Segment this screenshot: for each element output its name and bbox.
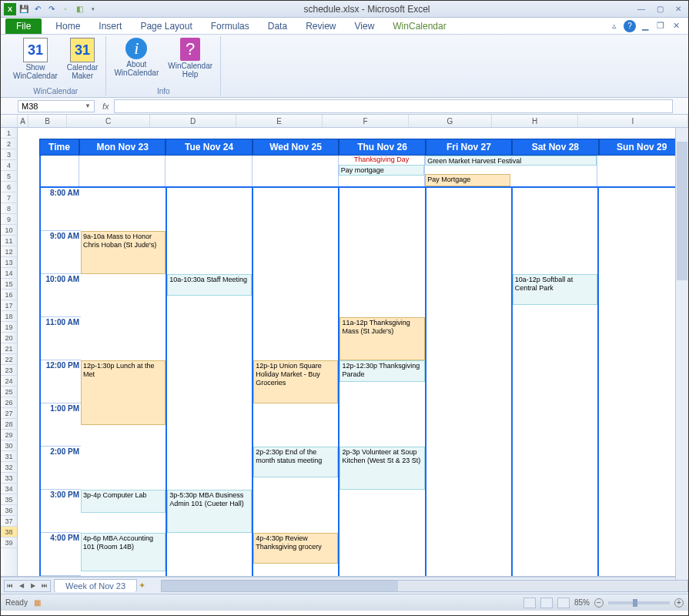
ribbon-window-min-icon[interactable]: ▁ (639, 20, 651, 32)
col-F[interactable]: F (323, 115, 409, 127)
new-sheet-icon[interactable]: ✦ (139, 581, 145, 591)
zoom-level[interactable]: 85% (574, 598, 590, 607)
qat-icon-2[interactable]: ◧ (73, 3, 85, 15)
tab-home[interactable]: Home (46, 18, 89, 34)
col-I[interactable]: I (578, 115, 688, 127)
zoom-in-icon[interactable]: + (674, 598, 684, 608)
horizontal-scrollbar[interactable] (161, 580, 688, 592)
sheet-prev-icon[interactable]: ◀ (16, 581, 27, 591)
row-34[interactable]: 34 (1, 484, 17, 494)
ribbon-window-close-icon[interactable]: ✕ (670, 20, 682, 32)
sheet-tab-active[interactable]: Week of Nov 23 (54, 579, 137, 592)
row-5[interactable]: 5 (1, 171, 17, 182)
about-wincalendar-button[interactable]: i About WinCalendar (111, 36, 162, 80)
chevron-down-icon[interactable]: ▼ (85, 102, 91, 109)
row-8[interactable]: 8 (1, 203, 17, 214)
allday-sun[interactable] (597, 156, 684, 186)
row-11[interactable]: 11 (1, 236, 17, 246)
vertical-scrollbar[interactable] (675, 128, 688, 590)
fx-icon[interactable]: fx (102, 102, 109, 111)
file-tab[interactable]: File (5, 18, 42, 34)
row-38[interactable]: 38 (1, 527, 17, 537)
sheet-last-icon[interactable]: ⏭ (39, 581, 50, 591)
tab-review[interactable]: Review (296, 18, 345, 34)
event-lunch-met[interactable]: 12p-1:30p Lunch at the Met (81, 360, 166, 425)
close-icon[interactable]: ✕ (671, 4, 685, 15)
day-wed[interactable]: 12p-1p Union Square Holiday Market - Buy… (253, 188, 339, 576)
row-21[interactable]: 21 (1, 343, 17, 354)
event-thanksgiving-mass[interactable]: 11a-12p Thanksgiving Mass (St Jude's) (339, 317, 424, 360)
tab-wincalendar[interactable]: WinCalendar (383, 18, 455, 34)
sheet-next-icon[interactable]: ▶ (28, 581, 38, 591)
view-pagelayout-icon[interactable] (540, 598, 553, 608)
event-mba-business[interactable]: 3p-5:30p MBA Business Admin 101 (Cueter … (167, 490, 252, 533)
row-3[interactable]: 3 (1, 149, 17, 160)
redo-icon[interactable]: ↷ (45, 3, 58, 15)
undo-icon[interactable]: ↶ (32, 3, 44, 15)
ribbon-window-restore-icon[interactable]: ❐ (654, 20, 667, 32)
show-wincalendar-button[interactable]: 31 Show WinCalendar (10, 36, 61, 82)
day-thu[interactable]: 11a-12p Thanksgiving Mass (St Jude's) 12… (339, 188, 426, 576)
tab-insert[interactable]: Insert (89, 18, 131, 34)
view-normal-icon[interactable] (523, 598, 536, 608)
allday-fri[interactable]: Green Market Harvest Festival Pay Mortga… (425, 156, 510, 186)
zoom-out-icon[interactable]: − (594, 598, 604, 608)
row-14[interactable]: 14 (1, 268, 17, 279)
event-review-grocery[interactable]: 4p-4:30p Review Thanksgiving grocery (253, 533, 338, 564)
event-union-square[interactable]: 12p-1p Union Square Holiday Market - Buy… (253, 360, 338, 403)
event-computer-lab[interactable]: 3p-4p Computer Lab (81, 490, 166, 513)
minimize-icon[interactable]: — (634, 4, 648, 15)
allday-sat[interactable] (510, 156, 597, 186)
col-B[interactable]: B (28, 115, 67, 127)
row-6[interactable]: 6 (1, 182, 17, 192)
row-1[interactable]: 1 (1, 128, 17, 139)
day-fri[interactable] (426, 188, 513, 576)
help-icon[interactable]: ? (624, 20, 636, 32)
qat-dropdown-icon[interactable]: ▾ (87, 3, 99, 15)
row-9[interactable]: 9 (1, 214, 17, 225)
event-staff-meeting[interactable]: 10a-10:30a Staff Meeting (167, 274, 252, 296)
view-pagebreak-icon[interactable] (557, 598, 570, 608)
event-soup-kitchen[interactable]: 2p-3p Volunteer at Soup Kitchen (West St… (339, 447, 424, 490)
wincalendar-help-button[interactable]: ? WinCalendar Help (165, 36, 216, 80)
tab-page-layout[interactable]: Page Layout (131, 18, 201, 34)
row-7[interactable]: 7 (1, 192, 17, 203)
row-17[interactable]: 17 (1, 300, 17, 311)
zoom-slider[interactable] (608, 601, 670, 604)
day-mon[interactable]: 9a-10a Mass to Honor Chris Hoban (St Jud… (81, 188, 167, 576)
row-36[interactable]: 36 (1, 505, 17, 516)
col-H[interactable]: H (492, 115, 578, 127)
save-icon[interactable]: 💾 (18, 3, 30, 15)
row-37[interactable]: 37 (1, 516, 17, 527)
col-A[interactable]: A (18, 115, 28, 127)
row-23[interactable]: 23 (1, 365, 17, 376)
col-G[interactable]: G (409, 115, 492, 127)
day-sun[interactable] (599, 188, 684, 576)
row-27[interactable]: 27 (1, 408, 17, 419)
qat-icon-1[interactable]: ▫ (59, 3, 72, 15)
row-25[interactable]: 25 (1, 387, 17, 397)
row-24[interactable]: 24 (1, 376, 17, 387)
row-12[interactable]: 12 (1, 246, 17, 257)
row-20[interactable]: 20 (1, 333, 17, 343)
row-39[interactable]: 39 (1, 537, 17, 548)
row-30[interactable]: 30 (1, 440, 17, 451)
row-2[interactable]: 2 (1, 139, 17, 149)
tab-formulas[interactable]: Formulas (202, 18, 259, 34)
row-10[interactable]: 10 (1, 225, 17, 236)
allday-thu[interactable]: Thanksgiving Day Pay mortgage (339, 156, 425, 186)
row-13[interactable]: 13 (1, 257, 17, 268)
day-sat[interactable]: 10a-12p Softball at Central Park (513, 188, 599, 576)
row-28[interactable]: 28 (1, 419, 17, 430)
row-19[interactable]: 19 (1, 322, 17, 333)
event-softball[interactable]: 10a-12p Softball at Central Park (513, 274, 597, 305)
allday-wed[interactable] (253, 156, 339, 186)
sheet-first-icon[interactable]: ⏮ (5, 581, 15, 591)
allday-tue[interactable] (166, 156, 252, 186)
tab-view[interactable]: View (346, 18, 384, 34)
row-26[interactable]: 26 (1, 397, 17, 408)
calendar-maker-button[interactable]: 31 Calendar Maker (64, 36, 102, 82)
formula-bar[interactable] (114, 99, 673, 113)
col-E[interactable]: E (236, 115, 323, 127)
day-tue[interactable]: 10a-10:30a Staff Meeting 3p-5:30p MBA Bu… (167, 188, 253, 576)
